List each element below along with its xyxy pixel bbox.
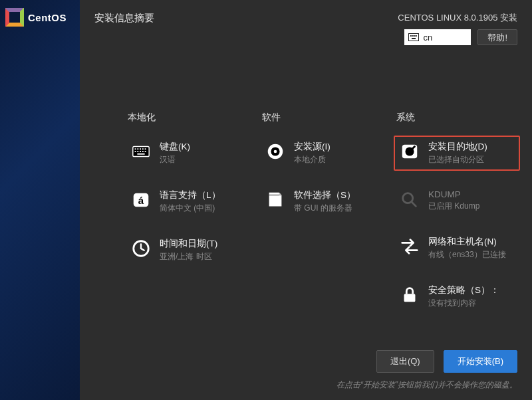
keyboard-icon [408,33,419,41]
centos-logo-icon [5,8,24,27]
footer-hint: 在点击“开始安装”按钮前我们并不会操作您的磁盘。 [94,379,517,391]
spoke-datetime-sub: 亚洲/上海 时区 [160,251,217,262]
logo-text: CentOS [28,12,66,23]
svg-rect-8 [140,151,141,152]
spoke-source-title: 安装源(I) [294,141,331,153]
keyboard-layout-text: cn [423,33,432,43]
svg-rect-21 [404,294,416,302]
sidebar: CentOS [0,0,80,400]
spoke-install-source[interactable]: 安装源(I) 本地介质 [262,138,383,168]
begin-install-button[interactable]: 开始安装(B) [444,350,517,373]
disk-icon [399,141,420,162]
top-right: CENTOS LINUX 8.0.1905 安装 cn 帮助! [398,12,517,45]
column-header-localization: 本地化 [128,112,249,124]
spoke-network[interactable]: 网络和主机名(N) 有线（ens33）已连接 [396,233,517,263]
magnify-icon [399,189,420,211]
spoke-keyboard-sub: 汉语 [160,154,190,165]
svg-rect-10 [145,151,146,152]
topbar: 安装信息摘要 CENTOS LINUX 8.0.1905 安装 cn 帮助! [94,12,517,45]
spoke-columns: 本地化 键盘(K) 汉语 á 语言支持（L） 简体中文 (中国) [94,112,517,330]
column-header-software: 软件 [262,112,383,124]
svg-point-17 [274,150,277,153]
svg-rect-7 [137,151,138,152]
spoke-destination[interactable]: 安装目的地(D) 已选择自动分区 [394,136,520,171]
spoke-network-title: 网络和主机名(N) [428,236,506,248]
spoke-selection-title: 软件选择（S） [294,189,356,201]
svg-rect-3 [140,148,141,150]
network-icon [399,236,420,257]
help-button[interactable]: 帮助! [477,29,517,45]
column-system: 系统 安装目的地(D) 已选择自动分区 KDUMP 已启用 Kdump [396,112,517,330]
spoke-security-sub: 没有找到内容 [428,298,499,309]
svg-rect-9 [142,151,144,152]
column-software: 软件 安装源(I) 本地介质 软件选择（S） 带 GUI 的服务器 [262,112,383,330]
spoke-keyboard[interactable]: 键盘(K) 汉语 [128,138,249,168]
svg-text:á: á [138,195,144,206]
spoke-network-sub: 有线（ens33）已连接 [428,249,506,260]
spoke-source-sub: 本地介质 [294,154,331,165]
lock-icon [399,284,420,306]
spoke-software-selection[interactable]: 软件选择（S） 带 GUI 的服务器 [262,187,383,217]
keyboard-layout-indicator[interactable]: cn [404,29,471,45]
svg-rect-4 [142,148,144,150]
spoke-destination-sub: 已选择自动分区 [428,154,487,165]
spoke-destination-title: 安装目的地(D) [428,141,487,153]
spoke-language[interactable]: á 语言支持（L） 简体中文 (中国) [128,187,249,217]
svg-rect-1 [135,148,136,150]
spoke-selection-sub: 带 GUI 的服务器 [294,203,356,214]
page-title: 安装信息摘要 [94,12,154,25]
svg-rect-6 [135,151,136,152]
spoke-datetime[interactable]: 时间和日期(T) 亚洲/上海 时区 [128,235,249,265]
quit-button[interactable]: 退出(Q) [376,350,434,373]
spoke-datetime-title: 时间和日期(T) [160,238,217,250]
spoke-keyboard-title: 键盘(K) [160,141,190,153]
footer: 退出(Q) 开始安装(B) 在点击“开始安装”按钮前我们并不会操作您的磁盘。 [94,350,517,400]
svg-rect-2 [137,148,138,150]
spoke-security[interactable]: 安全策略（S）： 没有找到内容 [396,282,517,312]
product-line: CENTOS LINUX 8.0.1905 安装 [398,12,517,24]
disc-icon [265,141,286,162]
svg-rect-5 [145,148,146,150]
spoke-language-sub: 简体中文 (中国) [160,203,221,214]
spoke-kdump[interactable]: KDUMP 已启用 Kdump [396,187,517,215]
package-icon [265,189,286,211]
column-header-system: 系统 [396,112,517,124]
spoke-language-title: 语言支持（L） [160,189,221,201]
column-localization: 本地化 键盘(K) 汉语 á 语言支持（L） 简体中文 (中国) [128,112,249,330]
svg-rect-11 [137,153,144,155]
spoke-kdump-title: KDUMP [428,189,479,199]
keyboard-icon [130,141,152,162]
spoke-security-title: 安全策略（S）： [428,284,499,296]
main-panel: 安装信息摘要 CENTOS LINUX 8.0.1905 安装 cn 帮助! 本… [80,0,532,400]
logo: CentOS [5,8,74,27]
spoke-kdump-sub: 已启用 Kdump [428,201,479,212]
language-icon: á [130,189,152,211]
clock-icon [130,238,152,259]
